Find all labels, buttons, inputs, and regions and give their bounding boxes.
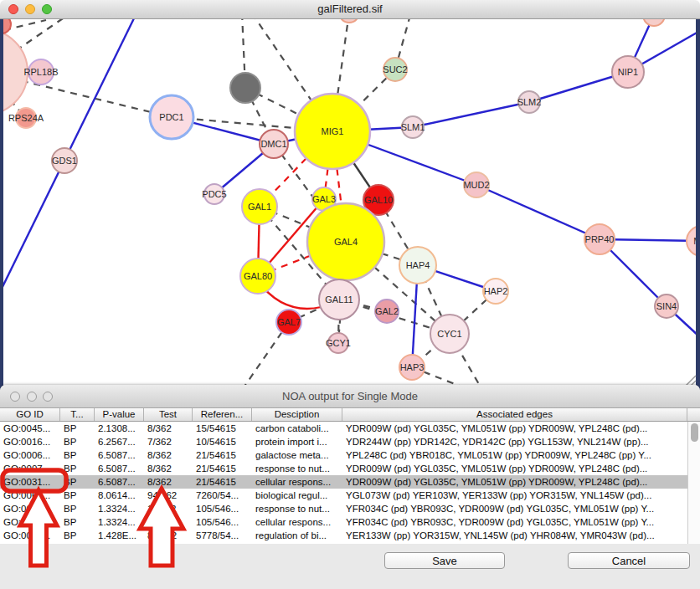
node-GDS1[interactable]: GDS1 bbox=[52, 148, 77, 173]
node-label: SUC2 bbox=[383, 64, 407, 74]
node-NIP1[interactable]: NIP1 bbox=[612, 56, 644, 88]
node-label: GDS1 bbox=[52, 156, 77, 166]
table-body: GO:0045...BP2.1308...8/36215/54615carbon… bbox=[0, 422, 687, 544]
network-edge-blue[interactable] bbox=[413, 102, 529, 127]
node-RPS24A[interactable]: RPS24A bbox=[8, 108, 44, 128]
table-cell: 21/54615 bbox=[193, 475, 252, 489]
table-row[interactable]: GO:0050...BP1.428E...80/3625778/54...reg… bbox=[0, 529, 687, 542]
button-bar: Save Cancel bbox=[0, 544, 700, 589]
scrollbar-thumb[interactable] bbox=[691, 423, 698, 442]
node-SUC2[interactable]: SUC2 bbox=[383, 58, 407, 81]
node-GAL7[interactable]: GAL7 bbox=[276, 310, 301, 335]
table-cell: GO:0031... bbox=[0, 515, 60, 529]
table-cell: YER133W (pp) YOR315W, YNL145W (pd) YHR08… bbox=[342, 529, 687, 542]
node-label: PDC5 bbox=[202, 189, 226, 199]
table-cell: GO:0045... bbox=[0, 422, 60, 435]
table-cell: YDR244W (pp) YDR142C, YDR142C (pp) YGL15… bbox=[342, 435, 687, 448]
column-header-p-value[interactable]: P-value bbox=[95, 408, 144, 421]
table-cell: regulation of bi... bbox=[252, 529, 342, 542]
node-GAL1[interactable]: GAL1 bbox=[242, 189, 277, 224]
table-cell: 6.5087... bbox=[95, 448, 144, 462]
node-MUD2[interactable]: MUD2 bbox=[463, 172, 489, 197]
node-label: CYC1 bbox=[437, 329, 461, 339]
node-SIN4[interactable]: SIN4 bbox=[655, 294, 678, 318]
table-cell: BP bbox=[60, 502, 95, 515]
table-cell: YDR009W (pd) YGL035C, YML051W (pp) YDR00… bbox=[342, 422, 687, 435]
node-GAL4[interactable]: GAL4 bbox=[307, 203, 384, 280]
node-GCY1[interactable]: GCY1 bbox=[326, 333, 351, 353]
column-header-associated-edges[interactable]: Associated edges bbox=[342, 408, 687, 421]
table-header-row: GO IDT...P-valueTestReferen...Desciption… bbox=[0, 408, 700, 422]
noa-window: NOA output for Single Mode GO IDT...P-va… bbox=[0, 385, 700, 589]
vertical-scrollbar[interactable] bbox=[687, 422, 700, 544]
node-HAP2[interactable]: HAP2 bbox=[483, 279, 508, 304]
node-MIG1[interactable]: MIG1 bbox=[295, 94, 370, 169]
table-cell: carbon cataboli... bbox=[252, 422, 342, 435]
column-header-desciption[interactable]: Desciption bbox=[252, 408, 342, 421]
node-CYC1[interactable]: CYC1 bbox=[430, 315, 469, 353]
node-label: GAL2 bbox=[375, 306, 399, 316]
node-PRP40[interactable]: PRP40 bbox=[584, 224, 615, 254]
table-cell: GO:0016... bbox=[0, 435, 60, 448]
table-row[interactable]: GO:0031...BP6.5087...8/36221/54615cellul… bbox=[0, 475, 687, 489]
node-label: SLM2 bbox=[517, 97, 542, 107]
node-HAP4[interactable]: HAP4 bbox=[399, 247, 436, 284]
table-cell: 11/362 bbox=[144, 502, 193, 515]
table-cell: cellular respons... bbox=[252, 515, 342, 529]
save-button[interactable]: Save bbox=[384, 552, 505, 569]
table-cell: 15/54615 bbox=[193, 422, 252, 435]
node-DMC1[interactable]: DMC1 bbox=[260, 130, 288, 158]
table-cell: 6.5087... bbox=[95, 462, 144, 475]
node-label: HAP4 bbox=[406, 260, 430, 270]
node-SLM1[interactable]: SLM1 bbox=[401, 116, 425, 138]
table-cell: YFR034C (pd) YBR093C, YDR009W (pd) YGL03… bbox=[342, 515, 687, 529]
column-header-go-id[interactable]: GO ID bbox=[0, 408, 60, 421]
table-cell: 7/362 bbox=[144, 435, 193, 448]
network-titlebar: galFiltered.sif bbox=[0, 0, 700, 19]
node-GAL80[interactable]: GAL80 bbox=[240, 259, 275, 294]
table-row[interactable]: GO:0016...BP6.2567...7/36210/54615protei… bbox=[0, 435, 687, 448]
table-row[interactable]: GO:0045...BP2.1308...8/36215/54615carbon… bbox=[0, 422, 687, 435]
column-header-referen-[interactable]: Referen... bbox=[193, 408, 252, 421]
table-row[interactable]: GO:0006...BP6.5087...8/36221/54615galact… bbox=[0, 448, 687, 462]
network-edge-blue[interactable] bbox=[476, 185, 600, 239]
node-label: PRP40 bbox=[585, 234, 615, 244]
noa-titlebar: NOA output for Single Mode bbox=[0, 385, 700, 408]
node-label: GAL3 bbox=[312, 194, 336, 204]
table-cell: 5778/54... bbox=[193, 529, 252, 542]
cancel-button[interactable]: Cancel bbox=[568, 552, 690, 569]
network-left-border bbox=[0, 18, 3, 390]
node-label: GAL80 bbox=[244, 271, 272, 281]
node-RPL18B[interactable]: RPL18B bbox=[24, 59, 59, 85]
node-GAL2[interactable]: GAL2 bbox=[375, 300, 399, 323]
column-header-t-[interactable]: T... bbox=[60, 408, 95, 421]
column-header-test[interactable]: Test bbox=[144, 408, 193, 421]
node-PDC1[interactable]: PDC1 bbox=[150, 95, 193, 139]
table-cell: 11/362 bbox=[144, 515, 193, 529]
table-cell: 6.2567... bbox=[95, 435, 144, 448]
table-row[interactable]: GO:0031...BP1.3324...11/362105/546...res… bbox=[0, 502, 687, 515]
table-row[interactable]: GO:0065...BP8.0614...94/3627260/54...bio… bbox=[0, 489, 687, 502]
node-SLM2[interactable]: SLM2 bbox=[517, 91, 542, 113]
table-cell: 8/362 bbox=[144, 475, 193, 489]
table-row[interactable]: GO:0031...BP1.3324...11/362105/546...cel… bbox=[0, 515, 687, 529]
network-window-title: galFiltered.sif bbox=[0, 3, 700, 15]
table-row[interactable]: GO:0007...BP6.5087...8/36221/54615respon… bbox=[0, 462, 687, 475]
node-label: GAL7 bbox=[277, 317, 301, 327]
node-label: HAP3 bbox=[400, 362, 425, 372]
node-label: MUD2 bbox=[463, 180, 489, 190]
node-label: SIN4 bbox=[656, 301, 677, 311]
node-HAP3[interactable]: HAP3 bbox=[399, 355, 425, 380]
node-label: HAP2 bbox=[484, 286, 508, 296]
network-canvas[interactable]: RPL18BRPS24AGDS1PDC1DMC1MIG1SUC2SLM1SLM2… bbox=[0, 0, 700, 390]
table-cell: 8.0614... bbox=[95, 489, 144, 502]
node-GAL11[interactable]: GAL11 bbox=[319, 279, 359, 320]
table-cell: 7260/54... bbox=[193, 489, 252, 502]
node-gray-node[interactable] bbox=[230, 73, 260, 103]
table-cell: galactose meta... bbox=[252, 448, 342, 462]
table-cell: 21/54615 bbox=[193, 448, 252, 462]
table-cell: 8/362 bbox=[144, 422, 193, 435]
node-label: DMC1 bbox=[260, 139, 286, 149]
node-label: GAL1 bbox=[248, 202, 271, 212]
node-label: RPS24A bbox=[8, 113, 44, 123]
